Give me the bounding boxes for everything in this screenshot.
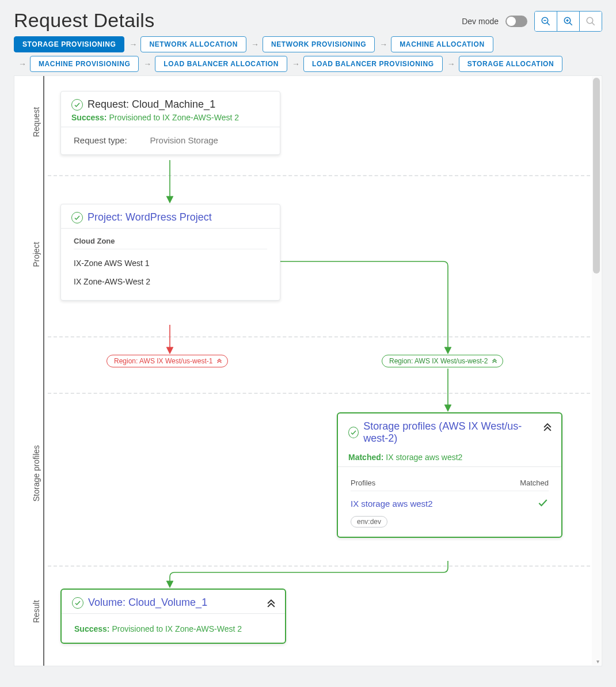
result-card: Volume: Cloud_Volume_1 Success: Provisio… [60, 589, 286, 644]
result-status-label: Success: [74, 624, 109, 633]
scrollbar[interactable]: ▾ [592, 77, 601, 665]
cloud-zone-item: IX Zone-AWS-West 2 [74, 272, 267, 291]
project-title-link[interactable]: Project: WordPress Project [88, 211, 212, 223]
success-icon [72, 597, 83, 609]
request-status-text: Provisioned to IX Zone-AWS-West 2 [109, 113, 239, 122]
svg-line-8 [592, 22, 595, 25]
zoom-in-button[interactable] [557, 12, 580, 31]
zoom-out-button[interactable] [535, 12, 557, 31]
page-title: Request Details [14, 9, 155, 32]
result-status-text: Provisioned to IX Zone-AWS-West 2 [112, 624, 242, 633]
success-icon [71, 99, 83, 111]
zoom-reset-button [580, 12, 602, 31]
project-title-row: Project: WordPress Project [71, 211, 269, 223]
collapse-icon[interactable] [265, 598, 277, 611]
chevron-right-icon: → [291, 59, 301, 69]
cloud-zone-item: IX-Zone AWS West 1 [74, 254, 267, 272]
chevron-up-icon [491, 357, 498, 366]
chevron-right-icon: → [250, 40, 260, 49]
lane-label-storage-profiles: Storage profiles [32, 445, 41, 502]
project-card: Project: WordPress Project Cloud Zone IX… [60, 204, 280, 301]
result-title-link[interactable]: Volume: Cloud_Volume_1 [88, 597, 207, 609]
lane-label-project: Project [32, 242, 41, 267]
chevron-right-icon: → [142, 59, 153, 69]
region-label: Region: AWS IX West/us-west-2 [389, 357, 488, 365]
profile-row: IX storage aws west2 [351, 491, 549, 513]
collapse-icon[interactable] [542, 422, 553, 435]
chevron-right-icon: → [378, 40, 389, 49]
result-title-row: Volume: Cloud_Volume_1 [72, 597, 275, 609]
chevron-right-icon: → [446, 59, 457, 69]
request-title: Request: Cloud_Machine_1 [88, 98, 215, 111]
stage-lb-provisioning[interactable]: LOAD BALANCER PROVISIONING [303, 56, 443, 72]
storage-profiles-title-row: Storage profiles (AWS IX West/us-west-2) [348, 420, 551, 445]
stage-breadcrumbs-row2: → MACHINE PROVISIONING → LOAD BALANCER A… [14, 56, 602, 72]
tag-chip: env:dev [351, 516, 387, 527]
matched-label: Matched: [348, 453, 383, 462]
lane-label-request: Request [32, 107, 41, 137]
stage-lb-allocation[interactable]: LOAD BALANCER ALLOCATION [155, 56, 287, 72]
request-card: Request: Cloud_Machine_1 Success: Provis… [60, 91, 280, 155]
cloud-zone-heading: Cloud Zone [74, 237, 267, 249]
chevron-right-icon: → [128, 40, 138, 49]
lane-label-result: Result [32, 600, 41, 623]
stage-breadcrumbs: STORAGE PROVISIONING → NETWORK ALLOCATIO… [14, 36, 602, 52]
storage-profiles-card: Storage profiles (AWS IX West/us-west-2)… [337, 412, 562, 538]
stage-machine-provisioning[interactable]: MACHINE PROVISIONING [30, 56, 139, 72]
storage-profiles-title-link[interactable]: Storage profiles (AWS IX West/us-west-2) [363, 420, 536, 445]
request-status-label: Success: [71, 113, 107, 122]
chevron-right-icon: → [17, 59, 28, 69]
request-title-row: Request: Cloud_Machine_1 [71, 98, 269, 111]
dev-mode-label: Dev mode [462, 17, 499, 26]
stage-storage-provisioning[interactable]: STORAGE PROVISIONING [14, 36, 124, 52]
matched-value: IX storage aws west2 [386, 453, 462, 462]
svg-line-1 [547, 22, 550, 25]
stage-network-provisioning[interactable]: NETWORK PROVISIONING [263, 36, 375, 52]
request-type-value: Provision Storage [150, 135, 218, 145]
zoom-group [534, 11, 602, 32]
region-label: Region: AWS IX West/us-west-1 [114, 357, 212, 365]
profile-name-link[interactable]: IX storage aws west2 [351, 499, 433, 508]
check-icon [537, 497, 549, 510]
stage-storage-allocation[interactable]: STORAGE ALLOCATION [459, 56, 563, 72]
stage-network-allocation[interactable]: NETWORK ALLOCATION [140, 36, 246, 52]
chevron-up-icon [216, 357, 223, 366]
flow-canvas: Request Project Storage profiles Result [14, 75, 602, 666]
request-type-label: Request type: [74, 135, 127, 145]
success-icon [71, 212, 83, 223]
stage-machine-allocation[interactable]: MACHINE ALLOCATION [391, 36, 493, 52]
profiles-col-header: Profiles [351, 479, 375, 487]
success-icon [348, 427, 359, 438]
svg-point-7 [587, 17, 593, 24]
region-pill-ok[interactable]: Region: AWS IX West/us-west-2 [382, 355, 503, 367]
svg-line-4 [569, 22, 572, 25]
dev-mode-toggle[interactable] [505, 16, 527, 27]
matched-col-header: Matched [520, 479, 549, 487]
region-pill-fail[interactable]: Region: AWS IX West/us-west-1 [107, 355, 228, 367]
